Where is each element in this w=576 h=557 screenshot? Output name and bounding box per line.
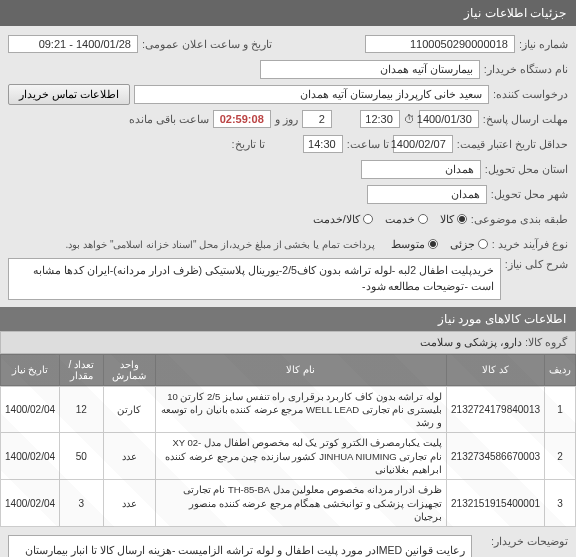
delivery-city-label: شهر محل تحویل:	[491, 188, 568, 201]
cell-code: 2132151915400001	[447, 480, 545, 527]
process-label: نوع فرآیند خرید :	[492, 238, 568, 251]
table-row: 3 2132151915400001 ظرف ادرار مردانه مخصو…	[1, 480, 576, 527]
remaining-label: ساعت باقی مانده	[129, 113, 209, 126]
items-header: اطلاعات کالاهای مورد نیاز	[0, 307, 576, 331]
cell-desc: پلیت یکبارمصرف الکترو کوتر یک لبه مخصوص …	[155, 433, 446, 480]
valid-time: 14:30	[303, 135, 343, 153]
announce-value: 1400/01/28 - 09:21	[8, 35, 138, 53]
buyer-notes-row: توضیحات خریدار: رعایت قوانین IMEDدر مورد…	[0, 527, 576, 557]
table-row: 2 2132734586670003 پلیت یکبارمصرف الکترو…	[1, 433, 576, 480]
deadline-label: مهلت ارسال پاسخ:	[483, 113, 568, 126]
buyer-org-value: بیمارستان آتیه همدان	[260, 60, 480, 79]
days-word: روز و	[275, 113, 298, 126]
delivery-city-value: همدان	[367, 185, 487, 204]
until-label: تا تاریخ:	[232, 138, 265, 151]
row-validity: حداقل تاریخ اعتبار قیمت: 1400/02/07 تا س…	[8, 133, 568, 155]
radio-dot-icon	[363, 214, 373, 224]
cell-code: 2132734586670003	[447, 433, 545, 480]
cell-date: 1400/02/04	[1, 480, 60, 527]
details-section: شماره نیاز: 1100050290000018 تاریخ و ساع…	[0, 26, 576, 307]
process-note: پرداخت تمام یا بخشی از مبلغ خرید،از محل …	[66, 239, 375, 250]
cell-index: 1	[545, 386, 576, 433]
cell-unit: عدد	[103, 433, 155, 480]
delivery-prov-label: استان محل تحویل:	[485, 163, 568, 176]
th-code: کد کالا	[447, 354, 545, 385]
group-value: دارو، پزشکی و سلامت	[420, 336, 522, 348]
countdown-timer: 02:59:08	[213, 110, 271, 128]
group-row: گروه کالا: دارو، پزشکی و سلامت	[0, 331, 576, 354]
cell-date: 1400/02/04	[1, 433, 60, 480]
row-delivery-city: شهر محل تحویل: همدان	[8, 183, 568, 205]
table-header-row: ردیف کد کالا نام کالا واحد شمارش تعداد /…	[1, 354, 576, 385]
row-delivery-prov: استان محل تحویل: همدان	[8, 158, 568, 180]
cell-qty: 12	[60, 386, 104, 433]
radio-goods-service[interactable]: کالا/خدمت	[313, 213, 373, 226]
radio-low[interactable]: جزئی	[450, 238, 488, 251]
buyer-notes-value: رعایت قوانین IMEDدر مورد پلیت اطفال و لو…	[8, 535, 472, 557]
need-no-value: 1100050290000018	[365, 35, 515, 53]
cell-unit: کارتن	[103, 386, 155, 433]
items-table-wrap: ۰۲۱–۸۸۲۴۶۲۹۲ ردیف کد کالا نام کالا واحد …	[0, 354, 576, 528]
radio-dot-icon	[478, 239, 488, 249]
deadline-date: 1400/01/30	[419, 110, 479, 128]
radio-goods[interactable]: کالا	[440, 213, 467, 226]
radio-dot-icon	[457, 214, 467, 224]
category-label: طبقه بندی موضوعی:	[471, 213, 568, 226]
row-category: طبقه بندی موضوعی: کالا خدمت کالا/خدمت	[8, 208, 568, 230]
th-unit: واحد شمارش	[103, 354, 155, 385]
row-buyer-org: نام دستگاه خریدار: بیمارستان آتیه همدان	[8, 58, 568, 80]
cell-qty: 50	[60, 433, 104, 480]
row-deadline: مهلت ارسال پاسخ: 1400/01/30 ⏱ 12:30 2 رو…	[8, 108, 568, 130]
row-requester: درخواست کننده: سعید خانی کارپرداز بیمارس…	[8, 83, 568, 105]
cell-qty: 3	[60, 480, 104, 527]
cell-code: 2132724179840013	[447, 386, 545, 433]
contact-info-button[interactable]: اطلاعات تماس خریدار	[8, 84, 130, 105]
process-radio-group: جزئی متوسط	[391, 238, 488, 251]
radio-medium[interactable]: متوسط	[391, 238, 438, 251]
radio-dot-icon	[418, 214, 428, 224]
cell-unit: عدد	[103, 480, 155, 527]
row-general-desc: شرح کلی نیاز: خریدپلیت اطفال 2لبه -لوله …	[8, 258, 568, 300]
page-header: جزئیات اطلاعات نیاز	[0, 0, 576, 26]
cell-date: 1400/02/04	[1, 386, 60, 433]
th-date: تاریخ نیاز	[1, 354, 60, 385]
row-process: نوع فرآیند خرید : جزئی متوسط پرداخت تمام…	[8, 233, 568, 255]
clock-icon: ⏱	[404, 113, 415, 125]
radio-dot-icon	[428, 239, 438, 249]
group-label: گروه کالا:	[525, 336, 567, 348]
items-table: ردیف کد کالا نام کالا واحد شمارش تعداد /…	[0, 354, 576, 528]
buyer-org-label: نام دستگاه خریدار:	[484, 63, 568, 76]
requester-value: سعید خانی کارپرداز بیمارستان آتیه همدان	[134, 85, 489, 104]
remaining-days: 2	[302, 110, 332, 128]
requester-label: درخواست کننده:	[493, 88, 568, 101]
cell-index: 3	[545, 480, 576, 527]
general-desc-label: شرح کلی نیاز:	[505, 258, 568, 271]
radio-service[interactable]: خدمت	[385, 213, 428, 226]
table-row: 1 2132724179840013 لوله تراشه بدون کاف ک…	[1, 386, 576, 433]
general-desc-value: خریدپلیت اطفال 2لبه -لوله تراشه بدون کاف…	[8, 258, 501, 300]
cell-index: 2	[545, 433, 576, 480]
row-need-no: شماره نیاز: 1100050290000018 تاریخ و ساع…	[8, 33, 568, 55]
th-index: ردیف	[545, 354, 576, 385]
delivery-prov-value: همدان	[361, 160, 481, 179]
th-name: نام کالا	[155, 354, 446, 385]
valid-label: حداقل تاریخ اعتبار قیمت:	[457, 138, 568, 151]
announce-label: تاریخ و ساعت اعلان عمومی:	[142, 38, 272, 51]
buyer-notes-label: توضیحات خریدار:	[478, 535, 568, 548]
cell-desc: لوله تراشه بدون کاف کاربرد برقراری راه ت…	[155, 386, 446, 433]
th-qty: تعداد / مقدار	[60, 354, 104, 385]
valid-date: 1400/02/07	[393, 135, 453, 153]
valid-time-label: تا ساعت:	[347, 138, 389, 151]
deadline-time: 12:30	[360, 110, 400, 128]
need-no-label: شماره نیاز:	[519, 38, 568, 51]
page-title: جزئیات اطلاعات نیاز	[464, 6, 566, 20]
category-radio-group: کالا خدمت کالا/خدمت	[313, 213, 467, 226]
cell-desc: ظرف ادرار مردانه مخصوص معلولین مدل TH-85…	[155, 480, 446, 527]
